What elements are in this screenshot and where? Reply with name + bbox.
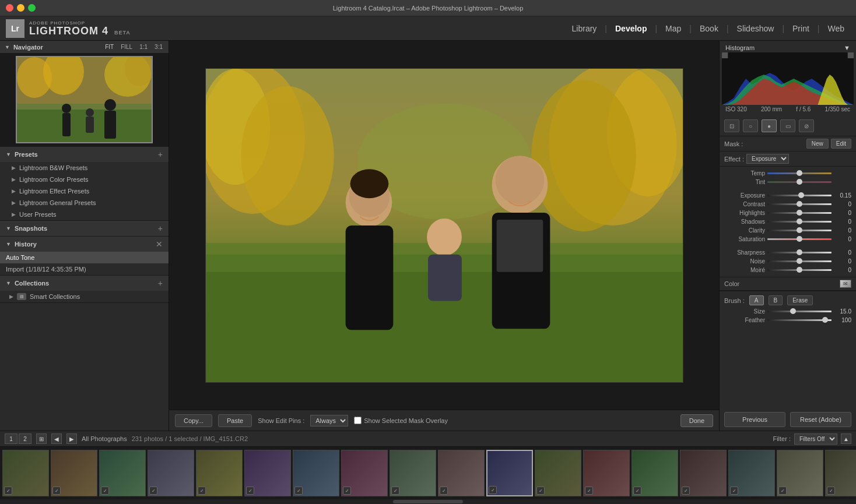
preset-bw[interactable]: ▶ Lightroom B&W Presets: [0, 162, 169, 174]
adj-tint-slider[interactable]: [767, 181, 832, 183]
grid-view-button[interactable]: ⊞: [36, 433, 47, 444]
adj-shadows-thumb[interactable]: [797, 218, 802, 224]
adj-temp-thumb[interactable]: [797, 170, 802, 176]
adj-moire-slider[interactable]: [767, 269, 832, 271]
paste-button[interactable]: Paste: [218, 414, 252, 427]
adj-highlights-thumb[interactable]: [797, 210, 802, 216]
film-thumb-2[interactable]: ✓: [99, 450, 146, 496]
histogram-menu-icon[interactable]: ▼: [844, 44, 850, 51]
adj-temp-slider[interactable]: [767, 172, 832, 174]
film-thumb-14[interactable]: ✓: [680, 450, 727, 496]
film-thumb-13[interactable]: ✓: [632, 450, 678, 496]
copy-button[interactable]: Copy...: [175, 414, 212, 427]
adj-noise-thumb[interactable]: [797, 258, 802, 264]
adj-sharpness-slider[interactable]: [767, 252, 832, 253]
filmstrip-scrollbar[interactable]: [393, 500, 463, 503]
adj-highlights-slider[interactable]: [767, 212, 832, 214]
page-1-button[interactable]: 1: [5, 433, 17, 444]
brush-size-slider[interactable]: [767, 311, 832, 312]
previous-button[interactable]: Previous: [724, 412, 785, 427]
collections-header[interactable]: ▼ Collections +: [0, 276, 169, 291]
film-thumb-15[interactable]: ✓: [728, 450, 775, 496]
filter-select[interactable]: Filters Off: [794, 433, 837, 445]
brush-size-thumb[interactable]: [790, 308, 796, 314]
effect-select[interactable]: Exposure: [746, 154, 789, 164]
done-button[interactable]: Done: [680, 414, 713, 427]
film-thumb-4[interactable]: ✓: [196, 450, 243, 496]
film-thumb-8[interactable]: ✓: [390, 450, 436, 496]
nav-develop[interactable]: Develop: [609, 22, 652, 36]
navigator-preview[interactable]: [0, 53, 169, 146]
page-2-button[interactable]: 2: [19, 433, 31, 444]
navigator-header[interactable]: ▼ Navigator FIT FILL 1:1 3:1: [0, 41, 169, 53]
brush-b-button[interactable]: B: [769, 295, 783, 305]
color-swatch-envelope[interactable]: ✉: [840, 280, 851, 288]
brush-feather-thumb[interactable]: [822, 317, 828, 323]
minimize-button[interactable]: [17, 4, 24, 12]
mask-overlay-checkbox[interactable]: [354, 417, 362, 424]
edit-pins-select[interactable]: Always: [310, 415, 348, 427]
nav-slideshow[interactable]: Slideshow: [731, 22, 780, 36]
healing-tool[interactable]: ○: [743, 119, 758, 132]
adj-saturation-thumb[interactable]: [797, 236, 802, 242]
film-thumb-16[interactable]: ✓: [777, 450, 823, 496]
film-thumb-9[interactable]: ✓: [438, 450, 485, 496]
film-thumb-3[interactable]: ✓: [148, 450, 194, 496]
film-thumb-10[interactable]: ✓: [486, 450, 533, 496]
film-thumb-5[interactable]: ✓: [244, 450, 291, 496]
adj-contrast-slider[interactable]: [767, 203, 832, 205]
nav-map[interactable]: Map: [659, 22, 687, 36]
presets-add-icon[interactable]: +: [158, 150, 163, 159]
reset-button[interactable]: Reset (Adobe): [790, 412, 851, 427]
film-thumb-0[interactable]: ✓: [2, 450, 49, 496]
main-photo-area[interactable]: [169, 41, 719, 410]
film-thumb-12[interactable]: ✓: [583, 450, 630, 496]
adj-exposure-thumb[interactable]: [798, 192, 804, 198]
history-close-icon[interactable]: ✕: [156, 239, 163, 249]
preset-effect[interactable]: ▶ Lightroom Effect Presets: [0, 185, 169, 197]
maximize-button[interactable]: [28, 4, 36, 12]
crop-tool[interactable]: ⊡: [724, 119, 739, 132]
nav-library[interactable]: Library: [566, 22, 603, 36]
mask-new-button[interactable]: New: [806, 139, 829, 149]
adj-sharpness-thumb[interactable]: [797, 249, 802, 255]
film-thumb-17[interactable]: ✓: [825, 450, 856, 496]
mask-overlay-label[interactable]: Show Selected Mask Overlay: [354, 417, 448, 424]
adj-contrast-thumb[interactable]: [797, 201, 802, 207]
mask-edit-button[interactable]: Edit: [831, 139, 851, 149]
history-item-import[interactable]: Import (1/18/12 4:35:35 PM): [0, 263, 169, 275]
presets-header[interactable]: ▼ Presets +: [0, 147, 169, 162]
brush-feather-slider[interactable]: [767, 319, 832, 321]
preset-general[interactable]: ▶ Lightroom General Presets: [0, 197, 169, 209]
fit-fill[interactable]: FILL: [120, 43, 134, 51]
adj-clarity-slider[interactable]: [767, 230, 832, 231]
film-thumb-7[interactable]: ✓: [341, 450, 388, 496]
nav-web[interactable]: Web: [822, 22, 850, 36]
fit-3-1[interactable]: 3:1: [153, 43, 164, 51]
adj-clarity-thumb[interactable]: [797, 227, 802, 233]
brush-a-button[interactable]: A: [749, 295, 764, 305]
filmstrip-scroll[interactable]: [0, 499, 856, 504]
adj-exposure-slider[interactable]: [767, 195, 832, 196]
preset-user[interactable]: ▶ User Presets: [0, 209, 169, 220]
history-header[interactable]: ▼ History ✕: [0, 237, 169, 252]
film-thumb-1[interactable]: ✓: [51, 450, 97, 496]
collections-add-icon[interactable]: +: [158, 279, 163, 288]
adjustment-brush-tool[interactable]: ●: [762, 119, 777, 132]
filmstrip-back-button[interactable]: ◀: [51, 433, 62, 444]
snapshots-header[interactable]: ▼ Snapshots +: [0, 221, 169, 236]
graduated-filter-tool[interactable]: ▭: [780, 119, 795, 132]
preset-color[interactable]: ▶ Lightroom Color Presets: [0, 174, 169, 185]
snapshots-add-icon[interactable]: +: [158, 224, 163, 233]
adj-saturation-slider[interactable]: [767, 238, 832, 240]
nav-book[interactable]: Book: [694, 22, 724, 36]
fit-fit[interactable]: FIT: [104, 43, 115, 51]
film-thumb-11[interactable]: ✓: [535, 450, 581, 496]
close-button[interactable]: [6, 4, 13, 12]
history-item-autotone[interactable]: Auto Tone: [0, 252, 169, 263]
nav-print[interactable]: Print: [787, 22, 815, 36]
adj-moire-thumb[interactable]: [797, 267, 802, 273]
filmstrip-forward-button[interactable]: ▶: [66, 433, 77, 444]
brush-erase-button[interactable]: Erase: [787, 295, 813, 305]
fit-1-1[interactable]: 1:1: [138, 43, 149, 51]
